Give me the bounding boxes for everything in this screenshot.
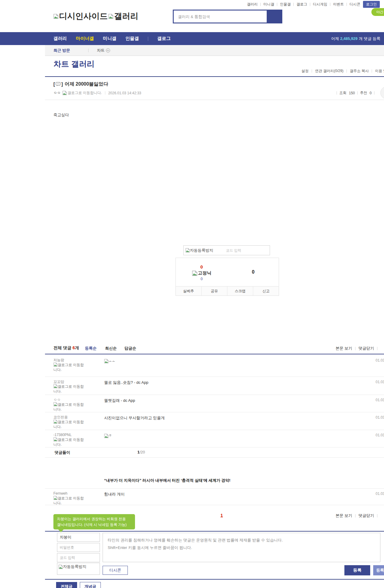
comment-password-input[interactable] <box>57 543 100 552</box>
search-input[interactable] <box>173 10 267 23</box>
nav-mini-gallery[interactable]: 미니갤 <box>103 36 116 41</box>
comment-page-1[interactable]: 1 <box>220 513 223 518</box>
comment-bot-row: 댓글돌이 1/20 <box>45 447 384 458</box>
search-button[interactable] <box>267 10 282 23</box>
fixed-nick-count: 0 <box>201 277 203 281</box>
comment-date: 01.03 <box>376 380 384 384</box>
comments-count: 6 <box>73 345 75 350</box>
all-posts-button[interactable]: 전체글 <box>56 582 77 588</box>
comment-gallog-link[interactable]: 갤로그로 이동합니다. <box>53 362 86 372</box>
post-meta: ㅇㅇ 갤로그로 이동합니다. 2026.01.03 14:42:33 <box>53 90 141 95</box>
post-date: 2026.01.03 14:42:33 <box>108 91 141 95</box>
comment-content: 뭘로 잃음..숏침? - dc App <box>104 380 148 385</box>
sort-newest-tab[interactable]: 최신순 <box>105 346 117 351</box>
concept-posts-button[interactable]: 개념글 <box>80 582 101 588</box>
comment-gallog-link[interactable]: 갤로그로 이동합니다. <box>53 420 86 429</box>
logo-text-gallery: 갤러리 <box>114 11 138 22</box>
topbar-link-dccon[interactable]: 디시콘 <box>350 2 360 7</box>
topbar-link-gallery[interactable]: 갤러리 <box>247 2 258 7</box>
post-stats: 조회 150 추천 0 <box>337 90 374 95</box>
night-mode-button[interactable]: 야간 모드 <box>371 8 384 16</box>
divider <box>312 69 312 73</box>
comment-author[interactable]: Fernweh <box>53 491 86 496</box>
broken-image-icon <box>104 434 109 438</box>
view-post-link[interactable]: 본문 보기 <box>335 513 352 518</box>
related-galleries-link[interactable]: 연관 갤러리(0/29) <box>315 68 344 74</box>
gallog-link[interactable]: 갤로그로 이동합니다. <box>62 90 102 95</box>
view-post-link[interactable]: 본문 보기 <box>335 346 352 351</box>
comment-author[interactable]: 꼬꼬맘 <box>53 379 86 384</box>
comment-author[interactable]: 코인전용 <box>53 415 86 420</box>
post-body: 죽고싶다 <box>53 112 69 118</box>
comment-shortcut-button[interactable] <box>380 86 384 99</box>
comment-gallog-link[interactable]: 갤로그로 이동합니다. <box>53 437 86 447</box>
broken-image-icon <box>53 402 58 406</box>
divider <box>45 579 384 580</box>
dccon-button[interactable]: 디시콘 <box>103 566 128 575</box>
usage-guide-link[interactable]: 이용 안내 <box>375 68 384 74</box>
topbar-link-event[interactable]: 이벤트 <box>333 2 344 7</box>
divider <box>277 3 277 6</box>
close-comments-link[interactable]: 댓글닫기 <box>358 346 374 351</box>
vote-box: 0 고정닉 0 0 실베추 공유 스크랩 신고 <box>176 258 279 296</box>
article-captcha-box: 자동등록방지 <box>183 245 270 255</box>
topbar-link-persongall[interactable]: 인물갤 <box>280 2 291 7</box>
comment-author[interactable]: -17380PNL <box>53 432 86 437</box>
ad-headline[interactable]: “내부가 더 지옥이다” 러시아 내부에서 터진 ‘충격적 실태’에 세계가 경… <box>104 478 230 483</box>
post-action-bar: 실베추 공유 스크랩 신고 <box>176 286 279 296</box>
recent-visit-link[interactable]: 최근 방문 <box>53 48 70 53</box>
logo-text-dcinside: 디시인사이드 <box>59 11 108 22</box>
comment-submit-button[interactable]: 등록 <box>344 565 370 575</box>
login-button[interactable]: 로그인 <box>363 1 380 8</box>
downvote-count[interactable]: 0 <box>252 269 255 275</box>
divider <box>377 347 377 350</box>
topbar-link-minigall[interactable]: 미니갤 <box>263 2 274 7</box>
topbar-link-dcgame[interactable]: 디시게임 <box>313 2 327 7</box>
post-author[interactable]: ㅇㅇ <box>53 90 61 95</box>
downvote-area: 0 <box>227 258 279 286</box>
likes-label: 추천 <box>360 90 367 95</box>
broken-image-icon <box>53 362 58 367</box>
captcha-code-input[interactable] <box>226 248 259 253</box>
comment-nickname-input[interactable] <box>57 533 100 542</box>
nav-person-gallery[interactable]: 인물갤 <box>125 36 139 41</box>
breadcrumb-gallery-name[interactable]: 차트m <box>97 48 110 53</box>
copy-address-link[interactable]: 갤주소 복사 <box>350 68 369 74</box>
topbar-link-gallog[interactable]: 갤로그 <box>296 2 307 7</box>
comment-content: ㅎ <box>104 433 112 439</box>
comments-footer-links: 본문 보기 댓글닫기 <box>335 513 377 518</box>
comment-submit-button-secondary[interactable]: 등록 <box>373 565 384 575</box>
page-title[interactable]: 차트 갤러리 <box>53 59 94 69</box>
comment-author[interactable]: ㅇㅇ <box>53 397 86 402</box>
scrap-button[interactable]: 스크랩 <box>227 286 253 296</box>
close-comments-link[interactable]: 댓글닫기 <box>358 513 374 518</box>
likes-count: 0 <box>370 91 372 95</box>
divider <box>45 100 384 100</box>
post-title-text: 어제 20000불잃었다 <box>65 81 108 87</box>
upvote-count[interactable]: 0 <box>200 265 203 269</box>
nav-minor-gallery[interactable]: 마이너갤 <box>76 36 94 41</box>
dccon-alt-text: ㅗㅗ <box>109 359 115 362</box>
minor-gallery-badge-icon: m <box>106 48 110 53</box>
settings-link[interactable]: 설정 <box>302 68 309 74</box>
gallery-header-links: 설정 연관 갤러리(0/29) 갤주소 복사 이용 안내 <box>302 68 384 74</box>
nav-gallery[interactable]: 갤러리 <box>53 36 67 41</box>
site-logo[interactable]: 디시인사이드 갤러리 <box>53 11 138 22</box>
comment-author[interactable]: 저능왕 <box>53 358 86 362</box>
divider <box>45 531 384 532</box>
sort-registered-tab[interactable]: 등록순 <box>85 346 97 351</box>
share-button[interactable]: 공유 <box>201 286 227 296</box>
comment-gallog-link[interactable]: 갤로그로 이동합니다. <box>53 496 86 505</box>
comment-gallog-link[interactable]: 갤로그로 이동합니다. <box>53 402 86 412</box>
views-count: 150 <box>349 91 355 95</box>
comment-gallog-link[interactable]: 갤로그로 이동합니다. <box>53 384 86 394</box>
divider <box>377 514 377 517</box>
nav-gallog[interactable]: 갤로그 <box>157 36 171 41</box>
sort-reply-tab[interactable]: 답글순 <box>124 346 136 351</box>
silbechu-button[interactable]: 실베추 <box>176 286 201 296</box>
report-button[interactable]: 신고 <box>253 286 279 296</box>
comment-row: 꼬꼬맘 갤로그로 이동합니다. 뭘로 잃음..숏침? - dc App 01.0… <box>45 377 384 395</box>
comment-textarea[interactable]: 타인의 권리를 침해하거나 명예를 훼손하는 댓글은 운영원칙 및 관련 법률에… <box>103 533 380 562</box>
comment-captcha-code-input[interactable] <box>57 553 100 562</box>
divider <box>337 91 337 95</box>
